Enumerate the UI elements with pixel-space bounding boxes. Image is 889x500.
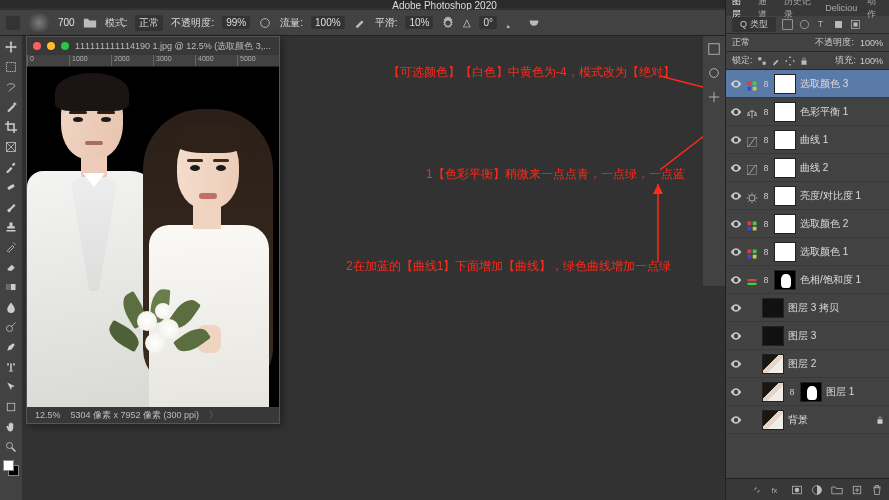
layer-row[interactable]: 8色相/饱和度 1	[726, 266, 889, 294]
layer-thumb[interactable]	[762, 298, 784, 318]
panel-icon[interactable]	[707, 42, 721, 56]
frame-tool[interactable]	[2, 138, 20, 156]
maximize-window-icon[interactable]	[61, 42, 69, 50]
layer-opacity-field[interactable]: 100%	[860, 38, 883, 48]
visibility-toggle[interactable]	[730, 75, 742, 93]
dodge-tool[interactable]	[2, 318, 20, 336]
marquee-tool[interactable]	[2, 58, 20, 76]
layer-mask-thumb[interactable]	[774, 74, 796, 94]
eyedropper-tool[interactable]	[2, 158, 20, 176]
angle-field[interactable]: 0°	[479, 16, 497, 29]
lasso-tool[interactable]	[2, 78, 20, 96]
layer-thumb[interactable]	[762, 354, 784, 374]
blend-mode-select[interactable]: 正常	[135, 15, 163, 31]
document-canvas[interactable]	[27, 67, 279, 407]
zoom-tool[interactable]	[2, 438, 20, 456]
pressure-size-icon[interactable]	[505, 16, 519, 30]
layer-row[interactable]: 8选取颜色 1	[726, 238, 889, 266]
stamp-tool[interactable]	[2, 218, 20, 236]
zoom-readout[interactable]: 12.5%	[35, 410, 61, 420]
layer-row[interactable]: 8亮度/对比度 1	[726, 182, 889, 210]
layer-mask-thumb[interactable]	[774, 242, 796, 262]
layer-mask-thumb[interactable]	[800, 382, 822, 402]
filter-kind-select[interactable]: Q 类型	[732, 17, 776, 32]
crop-tool[interactable]	[2, 118, 20, 136]
trash-icon[interactable]	[871, 484, 883, 496]
visibility-toggle[interactable]	[730, 327, 742, 345]
lock-paint-icon[interactable]	[771, 56, 781, 66]
hand-tool[interactable]	[2, 418, 20, 436]
visibility-toggle[interactable]	[730, 187, 742, 205]
color-swatches[interactable]	[3, 460, 19, 476]
lock-position-icon[interactable]	[785, 56, 795, 66]
filter-shape-icon[interactable]	[833, 19, 844, 30]
layer-row[interactable]: 图层 3 拷贝	[726, 294, 889, 322]
visibility-toggle[interactable]	[730, 103, 742, 121]
fx-icon[interactable]: fx	[771, 484, 783, 496]
layer-row[interactable]: 8选取颜色 3	[726, 70, 889, 98]
airbrush-icon[interactable]	[353, 16, 367, 30]
layer-blend-mode-select[interactable]: 正常	[732, 36, 809, 49]
visibility-toggle[interactable]	[730, 243, 742, 261]
new-group-icon[interactable]	[831, 484, 843, 496]
pen-tool[interactable]	[2, 338, 20, 356]
lock-transparency-icon[interactable]	[757, 56, 767, 66]
layer-row[interactable]: 图层 2	[726, 350, 889, 378]
layer-mask-thumb[interactable]	[774, 130, 796, 150]
visibility-toggle[interactable]	[730, 383, 742, 401]
visibility-toggle[interactable]	[730, 159, 742, 177]
tab-other[interactable]: Deliciou	[825, 3, 857, 13]
gear-icon[interactable]	[441, 16, 455, 30]
visibility-toggle[interactable]	[730, 411, 742, 429]
panel-icon[interactable]	[707, 66, 721, 80]
heal-tool[interactable]	[2, 178, 20, 196]
layer-row[interactable]: 图层 3	[726, 322, 889, 350]
layer-row[interactable]: 背景	[726, 406, 889, 434]
folder-icon[interactable]	[83, 16, 97, 30]
opacity-field[interactable]: 99%	[222, 16, 250, 29]
brush-preview[interactable]	[28, 12, 50, 34]
filter-smart-icon[interactable]	[850, 19, 861, 30]
visibility-toggle[interactable]	[730, 355, 742, 373]
layer-row[interactable]: 8图层 1	[726, 378, 889, 406]
minimize-window-icon[interactable]	[47, 42, 55, 50]
filter-image-icon[interactable]	[782, 19, 793, 30]
visibility-toggle[interactable]	[730, 131, 742, 149]
gradient-tool[interactable]	[2, 278, 20, 296]
panel-icon[interactable]	[707, 90, 721, 104]
smooth-field[interactable]: 10%	[405, 16, 433, 29]
move-tool[interactable]	[2, 38, 20, 56]
link-layers-icon[interactable]	[751, 484, 763, 496]
layer-row[interactable]: 8曲线 2	[726, 154, 889, 182]
layer-row[interactable]: 8选取颜色 2	[726, 210, 889, 238]
path-select-tool[interactable]	[2, 378, 20, 396]
layer-row[interactable]: 8色彩平衡 1	[726, 98, 889, 126]
layer-thumb[interactable]	[762, 382, 784, 402]
new-layer-icon[interactable]	[851, 484, 863, 496]
lock-all-icon[interactable]	[799, 56, 809, 66]
filter-adjust-icon[interactable]	[799, 19, 810, 30]
visibility-toggle[interactable]	[730, 299, 742, 317]
visibility-toggle[interactable]	[730, 215, 742, 233]
layer-mask-thumb[interactable]	[774, 102, 796, 122]
pressure-opacity-icon[interactable]	[258, 16, 272, 30]
symmetry-icon[interactable]	[527, 16, 541, 30]
layer-mask-thumb[interactable]	[774, 214, 796, 234]
fill-field[interactable]: 100%	[860, 56, 883, 66]
history-brush-tool[interactable]	[2, 238, 20, 256]
wand-tool[interactable]	[2, 98, 20, 116]
layer-mask-thumb[interactable]	[774, 158, 796, 178]
brush-tool[interactable]	[2, 198, 20, 216]
layer-thumb[interactable]	[762, 326, 784, 346]
blur-tool[interactable]	[2, 298, 20, 316]
flow-field[interactable]: 100%	[311, 16, 345, 29]
type-tool[interactable]	[2, 358, 20, 376]
layer-mask-thumb[interactable]	[774, 186, 796, 206]
layer-row[interactable]: 8曲线 1	[726, 126, 889, 154]
filter-type-icon[interactable]: T	[816, 19, 827, 30]
layer-thumb[interactable]	[762, 410, 784, 430]
close-window-icon[interactable]	[33, 42, 41, 50]
eraser-tool[interactable]	[2, 258, 20, 276]
add-mask-icon[interactable]	[791, 484, 803, 496]
shape-tool[interactable]	[2, 398, 20, 416]
